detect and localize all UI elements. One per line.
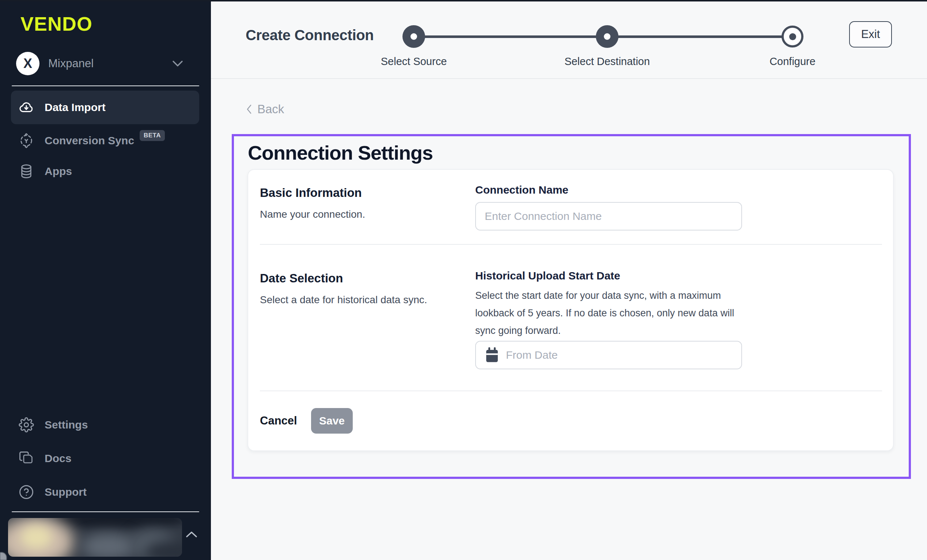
connection-name-input[interactable] [476, 203, 741, 230]
back-label: Back [257, 102, 284, 116]
connection-name-field [475, 202, 742, 231]
sidebar-item-label: Apps [45, 165, 72, 178]
chevron-down-icon [172, 60, 184, 67]
step-dot [604, 33, 611, 40]
step-dot [410, 33, 417, 40]
main-content: Create Connection Select Source Select D… [211, 0, 927, 560]
help-circle-icon [18, 484, 34, 500]
settings-card: Basic Information Name your connection. … [248, 169, 894, 451]
sidebar-item-settings[interactable]: Settings [11, 411, 199, 439]
exit-button[interactable]: Exit [849, 21, 892, 47]
calendar-icon [485, 347, 499, 363]
step-label-select-source: Select Source [381, 56, 447, 68]
workspace-switcher[interactable]: X Mixpanel [16, 51, 199, 76]
stepper-connector [414, 35, 607, 38]
from-date-input[interactable] [499, 341, 741, 369]
step-node-select-destination[interactable] [596, 25, 619, 48]
card-divider [260, 244, 882, 245]
sidebar-divider [12, 511, 199, 512]
vendo-logo: VENDO [20, 12, 93, 35]
page-title: Create Connection [246, 27, 374, 44]
chevron-left-icon [246, 104, 252, 115]
start-date-label: Historical Upload Start Date [475, 270, 620, 282]
database-icon [18, 163, 34, 179]
beta-badge: BETA [140, 130, 165, 141]
start-date-help-text: Select the start date for your data sync… [475, 287, 739, 339]
cloud-download-icon [18, 99, 34, 115]
step-node-configure[interactable] [781, 26, 804, 47]
sidebar-divider [12, 85, 199, 86]
sidebar-item-label: Support [45, 486, 87, 498]
gear-icon [18, 417, 34, 433]
step-label-configure: Configure [769, 56, 816, 68]
stepper-connector [607, 35, 792, 38]
wizard-header: Create Connection Select Source Select D… [211, 0, 927, 79]
sidebar-item-conversion-sync[interactable]: Conversion Sync BETA [11, 127, 199, 154]
connection-name-label: Connection Name [475, 184, 568, 196]
docs-pages-icon [18, 451, 34, 466]
date-selection-description: Select a date for historical data sync. [260, 294, 427, 306]
sidebar-item-data-import[interactable]: Data Import [11, 91, 199, 124]
sidebar-item-label: Data Import [45, 101, 106, 114]
date-selection-title: Date Selection [260, 272, 343, 285]
user-account-preview-blurred[interactable] [8, 518, 182, 557]
sidebar-item-apps[interactable]: Apps [11, 158, 199, 185]
workspace-name: Mixpanel [48, 57, 94, 70]
step-dot [789, 33, 796, 40]
section-title: Connection Settings [248, 141, 433, 164]
basic-information-title: Basic Information [260, 186, 362, 200]
background-element-peek [0, 552, 6, 560]
blur-blob [21, 526, 52, 549]
step-label-select-destination: Select Destination [564, 56, 650, 68]
card-divider [260, 390, 882, 391]
sidebar-item-label: Docs [45, 452, 71, 464]
blur-blob [52, 518, 182, 529]
step-node-select-source[interactable] [403, 25, 425, 48]
conversion-sync-icon [18, 133, 34, 149]
sidebar-item-support[interactable]: Support [11, 478, 199, 505]
mixpanel-logo-icon: X [16, 52, 40, 75]
sidebar-item-label: Settings [45, 419, 88, 431]
sidebar-item-docs[interactable]: Docs [11, 445, 199, 472]
sidebar: VENDO X Mixpanel Data Import [0, 0, 211, 560]
blur-blob [81, 533, 136, 557]
from-date-field [475, 341, 742, 369]
sidebar-item-label: Conversion Sync [45, 134, 134, 147]
chevron-up-icon[interactable] [185, 530, 198, 539]
window-top-edge [0, 0, 927, 2]
cancel-button[interactable]: Cancel [260, 408, 297, 434]
basic-information-description: Name your connection. [260, 209, 365, 220]
connection-settings-panel: Connection Settings Basic Information Na… [232, 134, 911, 479]
back-link[interactable]: Back [246, 102, 284, 116]
save-button[interactable]: Save [311, 408, 353, 434]
